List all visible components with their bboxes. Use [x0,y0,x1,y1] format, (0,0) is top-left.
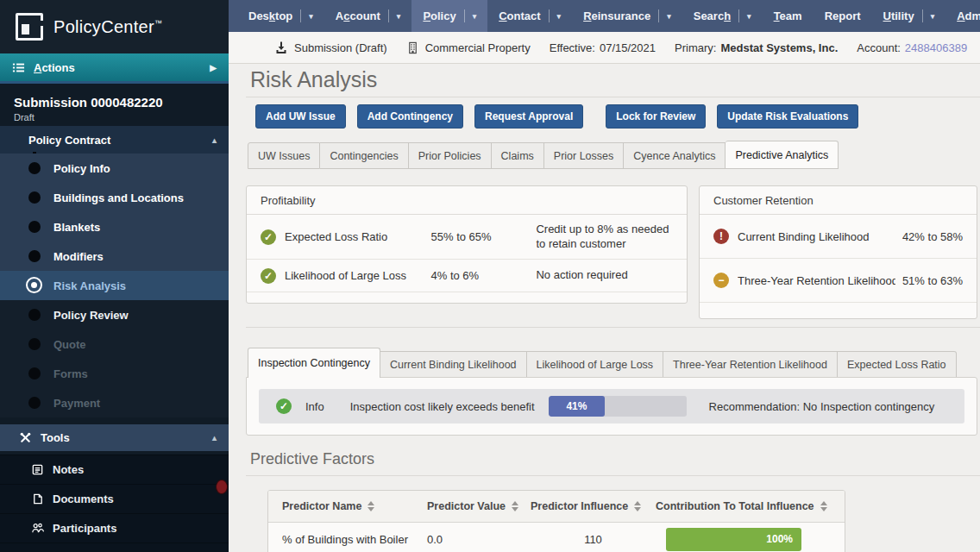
top-menubar: Desktop▾ Account▾ Policy▾ Contact▾ Reins… [229,0,980,32]
sidebar-item-notes[interactable]: Notes [0,455,229,484]
divider [549,9,550,22]
tab-likelihood-of-large-loss[interactable]: Likelihood of Large Loss [527,351,664,378]
download-icon[interactable] [274,41,288,54]
divider [246,327,980,328]
app-title: PolicyCenter™ [53,17,162,37]
recommendation-text: Recommendation: No Inspection contingenc… [709,400,935,413]
table-header-row: Predictor Name Predictor Value Predictor… [268,491,845,523]
divider [246,475,980,476]
sidebar-item-blankets[interactable]: Blankets [0,212,229,242]
sidebar-item-forms: Forms [0,359,229,388]
add-uw-issue-button[interactable]: Add UW Issue [255,104,346,129]
contribution-cell: 100% [656,528,831,551]
sidebar-item-payment: Payment [0,388,229,417]
predictor-name-cell: % of Buildings with Boiler [282,533,427,546]
predictive-factors-table: Predictor Name Predictor Value Predictor… [267,490,845,552]
chevron-down-icon[interactable]: ▾ [309,12,313,21]
account-number: Account:2488406389 [857,41,967,54]
page-title: Risk Analysis [250,67,377,92]
chevron-down-icon[interactable]: ▾ [747,12,751,21]
risk-analysis-tabs: UW Issues Contingencies Prior Policies C… [248,141,839,169]
trademark-symbol: ™ [154,19,162,28]
column-header[interactable]: Predictor Influence [531,500,628,512]
sidebar-item-workplan[interactable]: Workplan [0,543,229,552]
tab-prior-losses[interactable]: Prior Losses [544,142,624,169]
info-level: Info [305,400,324,413]
request-approval-button[interactable]: Request Approval [474,104,583,129]
account-link[interactable]: 2488406389 [905,41,967,54]
column-header[interactable]: Predictor Value [427,500,506,512]
lock-for-review-button[interactable]: Lock for Review [606,104,706,129]
table-row: ✓ Expected Loss Ratio 55% to 65% Credit … [247,215,687,260]
tab-inspection-contingency[interactable]: Inspection Contingency [248,348,380,378]
column-header[interactable]: Predictor Name [282,500,361,512]
sidebar-item-risk-analysis[interactable]: Risk Analysis [0,271,229,300]
sidebar-item-documents[interactable]: Documents [0,484,229,513]
sort-icon[interactable] [512,501,518,511]
actions-button[interactable]: Actions ▶ [0,53,229,84]
policycenter-window: PolicyCenter™ Actions ▶ Submission 00004… [0,0,980,552]
action-button-row: Add UW Issue Add Contingency Request App… [255,104,858,129]
notification-badge [216,480,228,494]
add-contingency-button[interactable]: Add Contingency [357,104,463,129]
menu-administration[interactable]: Administration [945,0,980,32]
menu-contact[interactable]: Contact▾ [487,0,572,32]
submission-number: Submission 0000482220 [14,95,215,110]
menu-desktop[interactable]: Desktop▾ [237,0,324,32]
sidebar-item-participants[interactable]: Participants [0,513,229,543]
info-banner: ✓ Info Inspection cost likely exceeds be… [259,389,964,423]
divider [246,97,980,97]
check-circle-icon: ✓ [276,398,292,414]
menu-reinsurance[interactable]: Reinsurance▾ [572,0,682,32]
menu-search[interactable]: Search▾ [682,0,763,32]
tab-contingencies[interactable]: Contingencies [320,142,408,169]
info-message: Inspection cost likely exceeds benefit [350,400,535,413]
table-row: − Three-Year Retention Likelihood 51% to… [700,259,977,303]
effective-date: Effective:07/15/2021 [550,41,656,54]
actions-label: Actions [34,61,75,74]
job-context-bar: Submission (Draft) Commercial Property E… [229,32,980,64]
sort-icon[interactable] [368,501,374,511]
chevron-up-icon: ▴ [212,433,217,442]
customer-retention-header: Customer Retention [700,186,977,215]
tab-uw-issues[interactable]: UW Issues [248,142,320,169]
job-type: Submission (Draft) [294,41,387,54]
tab-expected-loss-ratio[interactable]: Expected Loss Ratio [838,351,957,378]
menu-report[interactable]: Report [814,0,872,32]
tab-predictive-analytics[interactable]: Predictive Analytics [726,141,839,169]
menu-utility[interactable]: Utility▾ [872,0,946,32]
tab-three-year-retention-likelihood[interactable]: Three-Year Retention Likelihood [663,351,838,378]
alert-circle-icon: ! [713,229,729,244]
chevron-down-icon[interactable]: ▾ [931,12,935,21]
contribution-bar: 100% [666,528,801,551]
sidebar-item-modifiers[interactable]: Modifiers [0,242,229,271]
tab-cyence-analytics[interactable]: Cyence Analytics [624,142,726,169]
sidebar-item-buildings-and-locations[interactable]: Buildings and Locations [0,183,229,212]
divider [738,9,739,22]
tab-prior-policies[interactable]: Prior Policies [409,142,492,169]
predictive-factors-title: Predictive Factors [250,450,374,468]
chevron-down-icon[interactable]: ▾ [667,12,671,21]
chevron-down-icon[interactable]: ▾ [473,12,477,21]
sidebar-item-policy-review[interactable]: Policy Review [0,300,229,329]
tab-claims[interactable]: Claims [492,142,544,169]
tab-current-binding-likelihood[interactable]: Current Binding Likelihood [380,351,527,378]
submission-header: Submission 0000482220 Draft [0,86,229,122]
table-row: ✓ Likelihood of Large Loss 4% to 6% No a… [247,260,687,292]
divider [388,9,389,22]
menu-team[interactable]: Team [763,0,814,32]
sidebar-section-tools[interactable]: Tools ▴ [0,424,229,451]
check-circle-icon: ✓ [261,268,276,284]
menu-account[interactable]: Account▾ [324,0,412,32]
sort-icon[interactable] [820,501,827,511]
update-risk-evaluations-button[interactable]: Update Risk Evaluations [717,104,858,129]
chevron-down-icon[interactable]: ▾ [397,12,401,21]
menu-policy[interactable]: Policy▾ [411,0,487,32]
divider [300,9,301,22]
chevron-down-icon[interactable]: ▾ [557,12,562,21]
sort-icon[interactable] [634,501,641,511]
sidebar-item-policy-info[interactable]: Policy Info [0,154,229,183]
column-header[interactable]: Contribution To Total Influence [656,500,814,512]
primary-insured: Primary:Medstat Systems, Inc. [675,41,838,54]
sidebar-item-policy-contract[interactable]: Policy Contract ▴ [0,126,229,154]
